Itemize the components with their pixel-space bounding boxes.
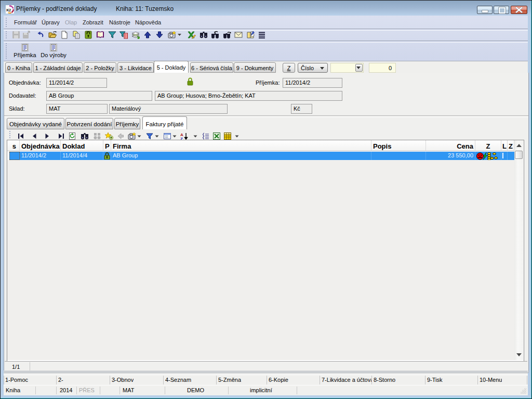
svg-text:K2: K2 (6, 8, 11, 12)
